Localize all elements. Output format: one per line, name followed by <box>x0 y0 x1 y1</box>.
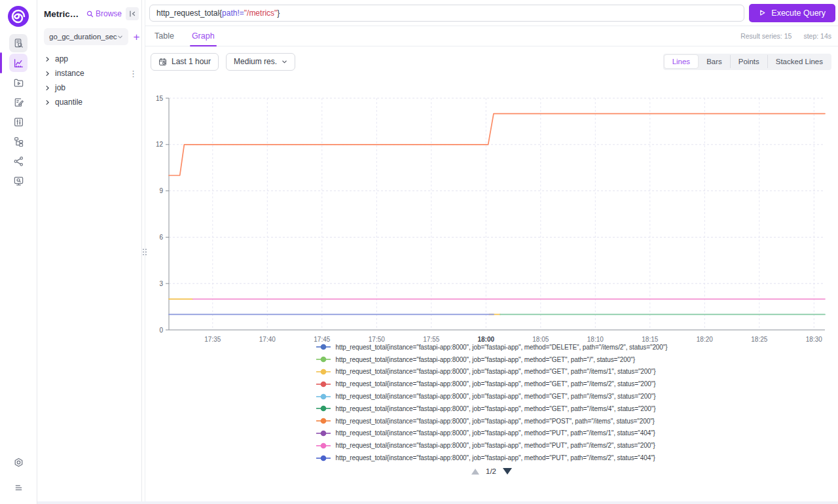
query-token: != <box>237 9 244 18</box>
collapse-left-icon <box>128 10 136 18</box>
legend-marker-icon <box>316 369 331 375</box>
query-token: "/metrics" <box>244 9 278 18</box>
y-axis-label: 6 <box>159 234 163 241</box>
chevron-right-icon <box>45 71 50 77</box>
result-series-count: Result series: 15 <box>740 32 792 40</box>
legend-item[interactable]: http_request_total{instance="fastapi-app… <box>316 415 668 427</box>
nav-rail <box>0 0 37 504</box>
view-mode-bars[interactable]: Bars <box>699 55 730 68</box>
play-icon <box>759 9 766 16</box>
tab-list: TableGraph <box>155 26 232 46</box>
legend-item[interactable]: http_request_total{instance="fastapi-app… <box>316 439 668 452</box>
legend-item[interactable]: http_request_total{instance="fastapi-app… <box>316 390 668 403</box>
browse-button[interactable]: Browse <box>86 9 122 18</box>
query-token: http_request_total{ <box>156 9 222 18</box>
search-icon <box>86 10 94 18</box>
metrics-chart-icon[interactable] <box>9 54 27 72</box>
legend-marker-icon <box>316 393 331 400</box>
y-axis-label: 9 <box>159 187 163 194</box>
metrics-query-panel: Metrics Query Browse go_gc_duration_sec … <box>37 0 142 504</box>
view-mode-points[interactable]: Points <box>730 55 767 68</box>
monitor-search-icon[interactable] <box>9 171 27 190</box>
legend-marker-icon <box>316 442 331 449</box>
view-mode-lines[interactable]: Lines <box>665 55 699 68</box>
legend-item[interactable]: http_request_total{instance="fastapi-app… <box>316 427 668 440</box>
legend-marker-icon <box>316 356 331 363</box>
legend-item[interactable]: http_request_total{instance="fastapi-app… <box>316 378 668 390</box>
query-token: } <box>277 9 280 18</box>
time-range-button[interactable]: Last 1 hour <box>151 53 219 71</box>
chevron-right-icon <box>45 85 50 91</box>
legend-item[interactable]: http_request_total{instance="fastapi-app… <box>316 403 668 415</box>
tree-item-instance[interactable]: instance⋮ <box>37 66 141 81</box>
collapse-panel-button[interactable] <box>126 7 139 20</box>
rail-bottom-icons <box>9 453 27 497</box>
chevron-right-icon <box>45 56 50 62</box>
row-menu-icon[interactable]: ⋮ <box>129 69 137 78</box>
label-tree: appinstance⋮jobquantile <box>37 52 141 109</box>
chart-legend: http_request_total{instance="fastapi-app… <box>145 341 838 464</box>
legend-marker-icon <box>316 405 331 412</box>
network-icon[interactable] <box>9 152 27 170</box>
graph-controls: Last 1 hour Medium res. LinesBarsPointsS… <box>145 52 838 71</box>
menu-icon[interactable] <box>9 478 27 496</box>
y-axis-label: 3 <box>159 280 163 287</box>
view-mode-switch: LinesBarsPointsStacked Lines <box>663 54 831 70</box>
legend-marker-icon <box>316 455 331 461</box>
tree-item-job[interactable]: job <box>37 81 141 95</box>
result-tabs: TableGraph Result series: 15 step: 14s <box>145 26 838 46</box>
chevron-down-icon <box>117 34 123 40</box>
query-input[interactable]: http_request_total{path!="/metrics"} <box>149 5 744 22</box>
gear-icon[interactable] <box>9 453 27 471</box>
metric-select[interactable]: go_gc_duration_sec <box>44 28 128 45</box>
log-search-icon[interactable] <box>9 34 27 52</box>
legend-pagination: 1/2 <box>145 467 838 475</box>
app-logo[interactable] <box>7 5 29 27</box>
legend-marker-icon <box>316 344 331 350</box>
legend-item[interactable]: http_request_total{instance="fastapi-app… <box>316 341 668 353</box>
legend-marker-icon <box>316 418 331 424</box>
tree-icon[interactable] <box>9 132 27 151</box>
horizontal-scrollbar-track[interactable] <box>37 501 838 504</box>
main-content: http_request_total{path!="/metrics"} Exe… <box>145 0 838 504</box>
page-up-button[interactable] <box>471 469 479 475</box>
tree-item-quantile[interactable]: quantile <box>37 95 141 109</box>
calendar-clock-icon <box>158 58 167 66</box>
rail-icon-list <box>9 34 27 191</box>
legend-item[interactable]: http_request_total{instance="fastapi-app… <box>316 452 668 464</box>
resolution-select[interactable]: Medium res. <box>226 53 295 71</box>
y-axis-label: 0 <box>159 327 163 334</box>
note-edit-icon[interactable] <box>9 93 27 111</box>
graph-area: 0369121517:3517:4017:4517:5017:5518:0018… <box>148 96 833 346</box>
query-bar: http_request_total{path!="/metrics"} Exe… <box>145 0 838 26</box>
chevron-down-icon <box>282 59 287 65</box>
metrics-chart[interactable]: 0369121517:3517:4017:4517:5017:5518:0018… <box>148 96 833 346</box>
legend-item[interactable]: http_request_total{instance="fastapi-app… <box>316 366 668 378</box>
y-axis-label: 15 <box>156 96 164 102</box>
legend-item[interactable]: http_request_total{instance="fastapi-app… <box>316 353 668 366</box>
page-down-button[interactable] <box>503 468 512 475</box>
execute-query-button[interactable]: Execute Query <box>749 4 835 22</box>
equalizer-icon[interactable] <box>9 113 27 131</box>
tree-item-app[interactable]: app <box>37 52 141 66</box>
tab-table[interactable]: Table <box>155 26 174 46</box>
add-metric-button[interactable]: + <box>134 31 140 43</box>
view-mode-stacked-lines[interactable]: Stacked Lines <box>767 55 831 68</box>
page-indicator: 1/2 <box>486 467 496 475</box>
result-step: step: 14s <box>803 32 831 40</box>
panel-title: Metrics Query <box>44 9 82 19</box>
folder-media-icon[interactable] <box>9 73 27 92</box>
panel-header: Metrics Query Browse <box>37 0 141 27</box>
y-axis-label: 12 <box>156 141 164 148</box>
chevron-right-icon <box>45 99 50 105</box>
metric-select-row: go_gc_duration_sec + <box>37 27 141 52</box>
tab-graph[interactable]: Graph <box>192 26 215 46</box>
legend-marker-icon <box>316 381 331 387</box>
legend-marker-icon <box>316 430 331 437</box>
panel-resize-handle[interactable] <box>141 246 147 257</box>
result-info: Result series: 15 step: 14s <box>740 26 831 46</box>
query-token: path <box>222 9 237 18</box>
